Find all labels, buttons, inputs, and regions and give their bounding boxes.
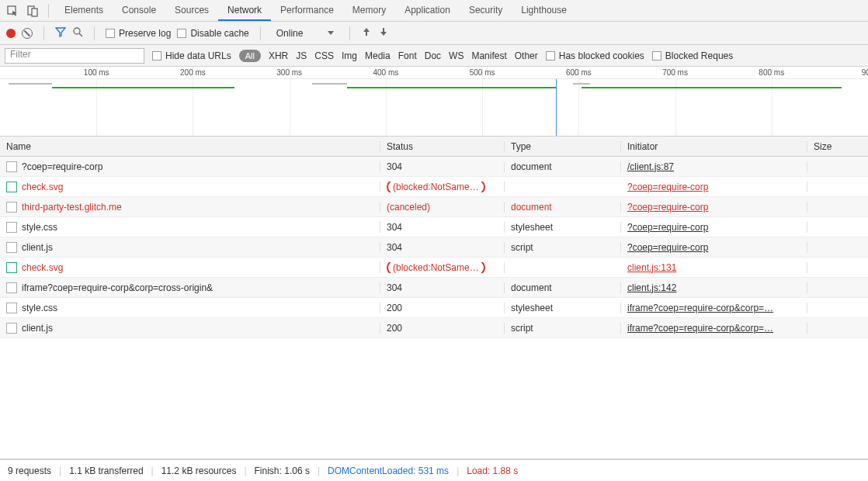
request-name: style.css xyxy=(22,303,57,313)
network-request-table: Name Status Type Initiator Size ?coep=re… xyxy=(0,137,868,459)
blocked-requests-checkbox[interactable]: Blocked Reques xyxy=(652,50,733,61)
network-toolbar: Preserve log Disable cache Online xyxy=(0,22,868,45)
has-blocked-cookies-checkbox[interactable]: Has blocked cookies xyxy=(546,50,644,61)
filter-cat-css[interactable]: CSS xyxy=(314,50,334,61)
request-status: (canceled) xyxy=(387,202,430,213)
filter-cat-xhr[interactable]: XHR xyxy=(269,50,288,61)
request-initiator[interactable]: iframe?coep=require-corp&corp=… xyxy=(627,303,773,313)
request-name: ?coep=require-corp xyxy=(22,161,102,172)
request-initiator[interactable]: iframe?coep=require-corp&corp=… xyxy=(627,323,773,334)
record-button[interactable] xyxy=(6,29,16,38)
download-har-icon[interactable] xyxy=(378,26,389,40)
filter-cat-font[interactable]: Font xyxy=(398,50,417,61)
file-icon xyxy=(6,282,17,293)
device-toggle-icon[interactable] xyxy=(23,2,42,20)
preserve-log-label: Preserve log xyxy=(119,28,171,39)
table-row[interactable]: check.svg(blocked:NotSame…client.js:131 xyxy=(0,258,868,278)
table-row[interactable]: ?coep=require-corp304document/client.js:… xyxy=(0,157,868,177)
file-icon xyxy=(6,242,17,253)
hide-data-urls-label: Hide data URLs xyxy=(165,50,231,61)
inspect-icon[interactable] xyxy=(3,2,22,20)
table-row[interactable]: style.css304stylesheet?coep=require-corp xyxy=(0,217,868,237)
table-row[interactable]: iframe?coep=require-corp&corp=cross-orig… xyxy=(0,278,868,298)
network-timeline[interactable]: 100 ms200 ms300 ms400 ms500 ms600 ms700 … xyxy=(0,67,868,137)
table-row[interactable]: check.svg(blocked:NotSame…?coep=require-… xyxy=(0,177,868,197)
summary-finish: Finish: 1.06 s xyxy=(255,465,310,476)
request-initiator[interactable]: client.js:142 xyxy=(627,282,676,293)
file-icon xyxy=(6,222,17,233)
file-icon xyxy=(6,303,17,313)
tab-security[interactable]: Security xyxy=(460,0,512,21)
summary-load: Load: 1.88 s xyxy=(467,465,518,476)
timeline-tick: 800 ms xyxy=(759,68,784,77)
request-status: 304 xyxy=(387,222,402,233)
filter-icon[interactable] xyxy=(55,26,66,40)
clear-button[interactable] xyxy=(22,28,33,39)
svg-line-4 xyxy=(79,33,82,36)
search-icon[interactable] xyxy=(72,26,83,40)
table-row[interactable]: client.js304script?coep=require-corp xyxy=(0,237,868,258)
filter-cat-manifest[interactable]: Manifest xyxy=(471,50,506,61)
table-header: Name Status Type Initiator Size xyxy=(0,137,868,157)
request-initiator[interactable]: ?coep=require-corp xyxy=(627,242,708,253)
request-initiator[interactable]: client.js:131 xyxy=(627,262,676,273)
hide-data-urls-checkbox[interactable]: Hide data URLs xyxy=(152,50,231,61)
preserve-log-checkbox[interactable]: Preserve log xyxy=(106,28,171,39)
col-type-header[interactable]: Type xyxy=(505,141,621,152)
upload-har-icon[interactable] xyxy=(361,26,372,40)
filter-placeholder: Filter xyxy=(10,49,31,60)
request-name: iframe?coep=require-corp&corp=cross-orig… xyxy=(22,282,213,293)
filter-cat-media[interactable]: Media xyxy=(365,50,391,61)
request-type: stylesheet xyxy=(511,303,553,313)
request-status: 200 xyxy=(387,303,402,313)
summary-resources: 11.2 kB resources xyxy=(161,465,237,476)
tab-application[interactable]: Application xyxy=(395,0,460,21)
filter-cat-all[interactable]: All xyxy=(239,50,261,62)
filter-cat-doc[interactable]: Doc xyxy=(425,50,441,61)
request-initiator[interactable]: ?coep=require-corp xyxy=(627,182,708,192)
throttling-select[interactable]: Online xyxy=(272,28,339,39)
request-type: script xyxy=(511,323,533,334)
tab-memory[interactable]: Memory xyxy=(343,0,395,21)
request-initiator[interactable]: ?coep=require-corp xyxy=(627,222,708,233)
disable-cache-checkbox[interactable]: Disable cache xyxy=(177,28,248,39)
filter-cat-js[interactable]: JS xyxy=(296,50,307,61)
col-size-header[interactable]: Size xyxy=(807,141,868,152)
image-file-icon xyxy=(6,262,17,273)
tab-performance[interactable]: Performance xyxy=(271,0,343,21)
tab-lighthouse[interactable]: Lighthouse xyxy=(512,0,576,21)
request-status: 304 xyxy=(387,242,402,253)
request-name: check.svg xyxy=(22,182,63,192)
col-name-header[interactable]: Name xyxy=(0,141,380,152)
tab-console[interactable]: Console xyxy=(113,0,165,21)
request-status: 304 xyxy=(387,161,402,172)
timeline-tick: 300 ms xyxy=(276,68,302,77)
request-initiator[interactable]: ?coep=require-corp xyxy=(627,202,708,213)
col-initiator-header[interactable]: Initiator xyxy=(621,141,807,152)
table-row[interactable]: client.js200scriptiframe?coep=require-co… xyxy=(0,318,868,338)
divider xyxy=(48,4,49,18)
summary-dcl: DOMContentLoaded: 531 ms xyxy=(328,465,449,476)
filter-cat-other[interactable]: Other xyxy=(515,50,538,61)
filter-cat-ws[interactable]: WS xyxy=(449,50,464,61)
divider xyxy=(94,26,95,40)
file-icon xyxy=(6,323,17,334)
tab-sources[interactable]: Sources xyxy=(165,0,218,21)
request-initiator[interactable]: /client.js:87 xyxy=(627,161,674,172)
request-status: (blocked:NotSame… xyxy=(387,262,485,273)
tab-network[interactable]: Network xyxy=(218,0,271,21)
timeline-tick: 700 ms xyxy=(662,68,688,77)
tab-elements[interactable]: Elements xyxy=(55,0,113,21)
table-row[interactable]: style.css200stylesheetiframe?coep=requir… xyxy=(0,298,868,318)
disable-cache-label: Disable cache xyxy=(190,28,248,39)
blocked-requests-label: Blocked Reques xyxy=(665,50,733,61)
domcontentloaded-marker xyxy=(556,79,557,136)
devtools-main-tabs: ElementsConsoleSourcesNetworkPerformance… xyxy=(0,0,868,22)
request-type: document xyxy=(511,202,552,213)
filter-input[interactable]: Filter xyxy=(5,48,144,64)
col-status-header[interactable]: Status xyxy=(380,141,505,152)
timeline-tick: 100 ms xyxy=(84,68,109,77)
table-row[interactable]: third-party-test.glitch.me(canceled)docu… xyxy=(0,197,868,217)
divider xyxy=(349,26,350,40)
filter-cat-img[interactable]: Img xyxy=(342,50,357,61)
